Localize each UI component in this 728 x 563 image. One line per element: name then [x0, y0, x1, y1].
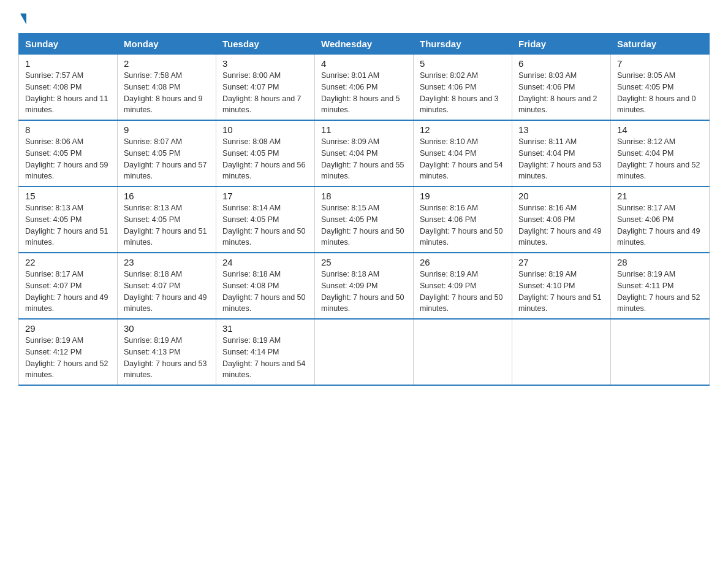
header-saturday: Saturday — [611, 34, 710, 55]
calendar-cell: 5Sunrise: 8:02 AMSunset: 4:06 PMDaylight… — [414, 55, 512, 121]
day-detail: Sunrise: 8:19 AMSunset: 4:14 PMDaylight:… — [222, 336, 306, 379]
calendar-cell: 4Sunrise: 8:01 AMSunset: 4:06 PMDaylight… — [315, 55, 414, 121]
day-detail: Sunrise: 8:14 AMSunset: 4:05 PMDaylight:… — [222, 204, 306, 247]
day-number: 8 — [25, 124, 111, 135]
day-number: 14 — [617, 124, 703, 135]
day-number: 22 — [25, 257, 111, 267]
calendar-cell: 13Sunrise: 8:11 AMSunset: 4:04 PMDayligh… — [512, 120, 611, 186]
calendar-cell: 22Sunrise: 8:17 AMSunset: 4:07 PMDayligh… — [19, 253, 118, 319]
calendar-cell — [611, 319, 710, 385]
day-detail: Sunrise: 8:18 AMSunset: 4:09 PMDaylight:… — [321, 270, 404, 313]
day-number: 3 — [222, 58, 308, 69]
day-detail: Sunrise: 8:15 AMSunset: 4:05 PMDaylight:… — [321, 204, 404, 247]
calendar-cell: 19Sunrise: 8:16 AMSunset: 4:06 PMDayligh… — [414, 186, 512, 253]
day-detail: Sunrise: 7:57 AMSunset: 4:08 PMDaylight:… — [25, 71, 108, 114]
calendar-table: SundayMondayTuesdayWednesdayThursdayFrid… — [18, 33, 710, 386]
day-detail: Sunrise: 8:06 AMSunset: 4:05 PMDaylight:… — [25, 137, 108, 180]
calendar-week-row: 15Sunrise: 8:13 AMSunset: 4:05 PMDayligh… — [19, 186, 710, 253]
calendar-cell: 8Sunrise: 8:06 AMSunset: 4:05 PMDaylight… — [19, 120, 118, 186]
day-number: 18 — [321, 191, 407, 201]
calendar-cell: 21Sunrise: 8:17 AMSunset: 4:06 PMDayligh… — [611, 186, 710, 253]
header-sunday: Sunday — [19, 34, 118, 55]
calendar-cell: 3Sunrise: 8:00 AMSunset: 4:07 PMDaylight… — [216, 55, 315, 121]
header-thursday: Thursday — [414, 34, 512, 55]
day-detail: Sunrise: 8:12 AMSunset: 4:04 PMDaylight:… — [617, 137, 700, 180]
calendar-cell — [512, 319, 611, 385]
header-wednesday: Wednesday — [315, 34, 414, 55]
calendar-cell: 28Sunrise: 8:19 AMSunset: 4:11 PMDayligh… — [611, 253, 710, 319]
day-number: 17 — [222, 191, 308, 201]
calendar-cell: 20Sunrise: 8:16 AMSunset: 4:06 PMDayligh… — [512, 186, 611, 253]
day-number: 9 — [124, 124, 210, 135]
day-detail: Sunrise: 8:16 AMSunset: 4:06 PMDaylight:… — [420, 204, 503, 247]
header-friday: Friday — [512, 34, 611, 55]
calendar-cell: 24Sunrise: 8:18 AMSunset: 4:08 PMDayligh… — [216, 253, 315, 319]
day-number: 28 — [617, 257, 703, 267]
day-detail: Sunrise: 8:19 AMSunset: 4:10 PMDaylight:… — [518, 270, 602, 313]
day-number: 31 — [222, 323, 308, 334]
calendar-cell — [315, 319, 414, 385]
calendar-header-row: SundayMondayTuesdayWednesdayThursdayFrid… — [19, 34, 710, 55]
day-number: 25 — [321, 257, 407, 267]
day-detail: Sunrise: 8:00 AMSunset: 4:07 PMDaylight:… — [222, 71, 301, 114]
day-number: 7 — [617, 58, 703, 69]
calendar-cell: 26Sunrise: 8:19 AMSunset: 4:09 PMDayligh… — [414, 253, 512, 319]
calendar-cell: 29Sunrise: 8:19 AMSunset: 4:12 PMDayligh… — [19, 319, 118, 385]
page-header — [18, 12, 710, 22]
day-number: 5 — [420, 58, 506, 69]
day-detail: Sunrise: 7:58 AMSunset: 4:08 PMDaylight:… — [124, 71, 203, 114]
calendar-week-row: 8Sunrise: 8:06 AMSunset: 4:05 PMDaylight… — [19, 120, 710, 186]
day-detail: Sunrise: 8:10 AMSunset: 4:04 PMDaylight:… — [420, 137, 503, 180]
day-detail: Sunrise: 8:03 AMSunset: 4:06 PMDaylight:… — [518, 71, 597, 114]
day-detail: Sunrise: 8:07 AMSunset: 4:05 PMDaylight:… — [124, 137, 207, 180]
calendar-cell: 14Sunrise: 8:12 AMSunset: 4:04 PMDayligh… — [611, 120, 710, 186]
day-number: 23 — [124, 257, 210, 267]
day-number: 15 — [25, 191, 111, 201]
calendar-cell: 7Sunrise: 8:05 AMSunset: 4:05 PMDaylight… — [611, 55, 710, 121]
day-number: 26 — [420, 257, 506, 267]
day-detail: Sunrise: 8:16 AMSunset: 4:06 PMDaylight:… — [518, 204, 602, 247]
day-number: 20 — [518, 191, 604, 201]
day-number: 30 — [124, 323, 210, 334]
day-number: 16 — [124, 191, 210, 201]
day-number: 13 — [518, 124, 604, 135]
calendar-cell: 15Sunrise: 8:13 AMSunset: 4:05 PMDayligh… — [19, 186, 118, 253]
day-detail: Sunrise: 8:19 AMSunset: 4:13 PMDaylight:… — [124, 336, 207, 379]
calendar-cell: 9Sunrise: 8:07 AMSunset: 4:05 PMDaylight… — [118, 120, 216, 186]
day-detail: Sunrise: 8:19 AMSunset: 4:12 PMDaylight:… — [25, 336, 108, 379]
calendar-cell: 12Sunrise: 8:10 AMSunset: 4:04 PMDayligh… — [414, 120, 512, 186]
calendar-cell: 23Sunrise: 8:18 AMSunset: 4:07 PMDayligh… — [118, 253, 216, 319]
day-detail: Sunrise: 8:17 AMSunset: 4:06 PMDaylight:… — [617, 204, 700, 247]
calendar-cell: 2Sunrise: 7:58 AMSunset: 4:08 PMDaylight… — [118, 55, 216, 121]
calendar-cell: 25Sunrise: 8:18 AMSunset: 4:09 PMDayligh… — [315, 253, 414, 319]
calendar-week-row: 1Sunrise: 7:57 AMSunset: 4:08 PMDaylight… — [19, 55, 710, 121]
day-number: 21 — [617, 191, 703, 201]
calendar-cell — [414, 319, 512, 385]
day-detail: Sunrise: 8:02 AMSunset: 4:06 PMDaylight:… — [420, 71, 499, 114]
calendar-cell: 31Sunrise: 8:19 AMSunset: 4:14 PMDayligh… — [216, 319, 315, 385]
calendar-cell: 1Sunrise: 7:57 AMSunset: 4:08 PMDaylight… — [19, 55, 118, 121]
calendar-cell: 6Sunrise: 8:03 AMSunset: 4:06 PMDaylight… — [512, 55, 611, 121]
day-number: 27 — [518, 257, 604, 267]
calendar-cell: 17Sunrise: 8:14 AMSunset: 4:05 PMDayligh… — [216, 186, 315, 253]
day-number: 11 — [321, 124, 407, 135]
day-detail: Sunrise: 8:18 AMSunset: 4:07 PMDaylight:… — [124, 270, 207, 313]
day-number: 12 — [420, 124, 506, 135]
calendar-cell: 18Sunrise: 8:15 AMSunset: 4:05 PMDayligh… — [315, 186, 414, 253]
day-detail: Sunrise: 8:13 AMSunset: 4:05 PMDaylight:… — [124, 204, 207, 247]
day-detail: Sunrise: 8:11 AMSunset: 4:04 PMDaylight:… — [518, 137, 602, 180]
calendar-cell: 11Sunrise: 8:09 AMSunset: 4:04 PMDayligh… — [315, 120, 414, 186]
day-number: 19 — [420, 191, 506, 201]
day-detail: Sunrise: 8:09 AMSunset: 4:04 PMDaylight:… — [321, 137, 404, 180]
day-number: 2 — [124, 58, 210, 69]
calendar-cell: 10Sunrise: 8:08 AMSunset: 4:05 PMDayligh… — [216, 120, 315, 186]
calendar-week-row: 29Sunrise: 8:19 AMSunset: 4:12 PMDayligh… — [19, 319, 710, 385]
day-detail: Sunrise: 8:19 AMSunset: 4:09 PMDaylight:… — [420, 270, 503, 313]
day-number: 6 — [518, 58, 604, 69]
day-detail: Sunrise: 8:13 AMSunset: 4:05 PMDaylight:… — [25, 204, 108, 247]
day-detail: Sunrise: 8:01 AMSunset: 4:06 PMDaylight:… — [321, 71, 400, 114]
day-number: 10 — [222, 124, 308, 135]
logo — [18, 12, 26, 22]
day-number: 4 — [321, 58, 407, 69]
header-tuesday: Tuesday — [216, 34, 315, 55]
